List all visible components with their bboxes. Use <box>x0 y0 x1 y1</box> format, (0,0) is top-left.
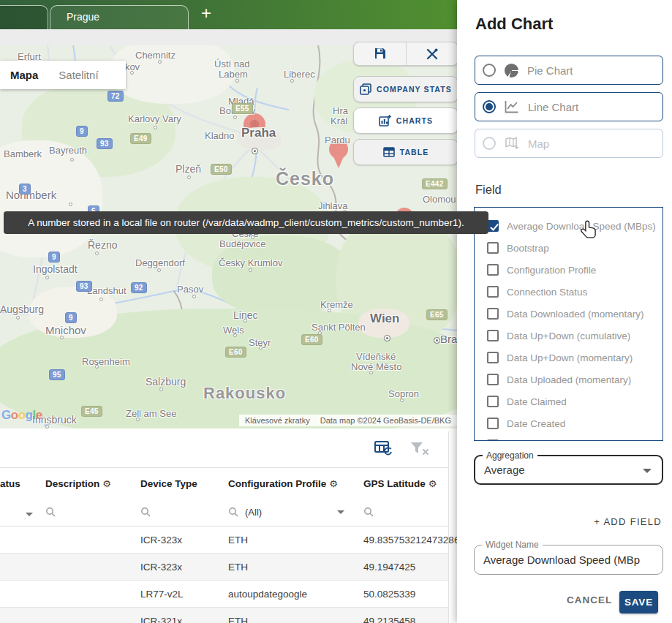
field-option-label: Data Uploaded (momentary) <box>507 374 631 385</box>
save-button[interactable]: SAVE <box>619 591 658 613</box>
add-tab-button[interactable]: + <box>197 3 215 23</box>
field-option[interactable]: Date Claimed <box>475 390 662 412</box>
town-dot-icon <box>159 388 163 391</box>
checkbox-icon[interactable] <box>487 439 499 441</box>
column-header-description[interactable]: Description⚙ <box>40 477 139 490</box>
field-option[interactable]: Connection Status <box>475 281 662 303</box>
column-header-label: Device Type <box>140 478 197 489</box>
town-dot-icon <box>235 79 239 83</box>
company-stats-icon <box>360 83 371 95</box>
hand-cursor-icon <box>580 220 597 240</box>
checkbox-icon[interactable] <box>487 308 499 320</box>
aggregation-select[interactable]: Aggregation Average <box>474 455 663 485</box>
line-radio[interactable] <box>483 100 496 113</box>
clear-filter-button[interactable] <box>409 439 429 457</box>
road-badge: 9 <box>76 126 88 137</box>
pie-radio[interactable] <box>483 64 496 77</box>
field-option[interactable]: Data Downloaded (momentary) <box>475 303 662 325</box>
line-chart-icon <box>505 100 519 113</box>
table-row[interactable]: LR77-v2Lautoupdategoogle50.0825339 <box>0 581 448 608</box>
charts-button[interactable]: CHARTS <box>353 107 458 134</box>
column-settings-gear-icon[interactable]: ⚙ <box>102 478 111 489</box>
town-dot-icon <box>187 175 191 179</box>
table-cell: ICR-321x <box>139 616 227 623</box>
chart-type-pie[interactable]: Pie Chart <box>475 56 663 85</box>
gps-latitude-filter[interactable] <box>362 507 448 518</box>
save-dashboard-button[interactable] <box>354 42 406 65</box>
table-label: TABLE <box>400 148 429 156</box>
configuration-profile-filter[interactable]: (All) <box>227 507 362 518</box>
checkbox-icon[interactable] <box>487 396 499 407</box>
company-stats-button[interactable]: COMPANY STATS <box>353 76 458 102</box>
tab-prague[interactable]: Prague <box>50 5 189 29</box>
map-label: Kremže <box>320 299 353 310</box>
table-icon <box>383 147 395 157</box>
map-label: Česko <box>276 168 334 189</box>
map-label: Kladno <box>205 130 234 141</box>
tab-previous[interactable] <box>0 5 48 29</box>
field-option-label: Connection Status <box>507 287 587 298</box>
field-option[interactable]: Date Created <box>475 412 662 434</box>
table-row[interactable]: ICR-323xETH49.835753212473286 <box>0 526 448 554</box>
edit-tools-button[interactable] <box>406 42 458 65</box>
column-header-device-type[interactable]: Device Type <box>139 477 227 490</box>
column-chooser-button[interactable] <box>374 439 393 457</box>
road-badge: E55 <box>232 103 253 114</box>
add-field-button[interactable]: + ADD FIELD <box>594 516 662 527</box>
map-label: Brat <box>440 333 457 345</box>
checkbox-checked-icon[interactable] <box>487 220 499 232</box>
map-label: Mnichov <box>45 324 86 336</box>
road-badge: E60 <box>225 347 246 358</box>
cancel-button[interactable]: CANCEL <box>567 594 612 605</box>
column-settings-gear-icon[interactable]: ⚙ <box>329 478 338 489</box>
checkbox-icon[interactable] <box>487 242 499 254</box>
checkbox-icon[interactable] <box>487 286 499 298</box>
map-label: Zell am See <box>126 408 176 419</box>
map-attribution: Klávesové zkratky Data map ©2024 GeoBasi… <box>239 415 457 426</box>
column-header-label: GPS Latitude <box>363 478 426 489</box>
widget-name-input[interactable]: Widget Name Average Download Speed (MBp <box>474 545 663 575</box>
device-type-filter[interactable] <box>139 507 227 518</box>
road-badge: 92 <box>131 282 147 293</box>
field-option[interactable]: Data Up+Down (momentary) <box>475 347 662 369</box>
column-settings-gear-icon[interactable]: ⚙ <box>429 478 437 489</box>
checkbox-icon[interactable] <box>487 330 499 341</box>
field-option[interactable]: Configuration Profile <box>475 259 662 281</box>
table-row[interactable]: ICR-321xETH49.2135458 <box>0 608 448 623</box>
column-header-atus[interactable]: atus <box>0 477 40 490</box>
capital-dot-icon <box>434 337 440 344</box>
description-filter[interactable] <box>40 507 139 518</box>
field-option[interactable]: Data Up+Down (cumulative) <box>475 325 662 347</box>
map-canvas[interactable]: ErfurtChemnitzikovÚstí nadLabemLiberecMl… <box>0 45 457 428</box>
chart-type-line[interactable]: Line Chart <box>475 92 663 121</box>
column-header-configuration-profile[interactable]: Configuration Profile⚙ <box>227 477 362 490</box>
map-shortcuts-link[interactable]: Klávesové zkratky <box>245 416 310 425</box>
checkbox-icon[interactable] <box>487 374 499 385</box>
table-cell: LR77-v2L <box>139 589 227 600</box>
map-label: Vídeňské <box>356 351 396 362</box>
field-option-label: Date Claimed <box>507 396 567 407</box>
town-dot-icon <box>243 319 247 322</box>
column-header-gps-latitude[interactable]: GPS Latitude⚙ <box>362 477 448 490</box>
google-logo-letter: G <box>1 408 11 422</box>
town-dot-icon <box>45 276 49 279</box>
charts-icon <box>379 115 391 127</box>
table-row[interactable]: ICR-323xETH49.1947425 <box>0 554 448 581</box>
field-option[interactable]: Description <box>475 434 662 441</box>
map-radio[interactable] <box>483 137 496 150</box>
checkbox-icon[interactable] <box>487 352 499 363</box>
town-dot-icon <box>290 79 294 83</box>
map-type-map-button[interactable]: Mapa <box>0 69 48 81</box>
checkbox-icon[interactable] <box>487 264 499 276</box>
field-option[interactable]: Bootstrap <box>475 237 662 259</box>
town-dot-icon <box>60 336 64 339</box>
table-button[interactable]: TABLE <box>353 139 458 165</box>
town-dot-icon <box>400 399 404 402</box>
map-type-satellite-button[interactable]: Satelitní <box>48 69 108 81</box>
status-filter[interactable] <box>0 506 40 519</box>
field-option[interactable]: Data Uploaded (momentary) <box>475 369 662 390</box>
town-dot-icon <box>95 365 99 369</box>
field-option[interactable]: Average Download Speed (MBps) <box>475 215 662 237</box>
checkbox-icon[interactable] <box>487 418 499 429</box>
chart-type-map[interactable]: Map <box>475 129 663 158</box>
